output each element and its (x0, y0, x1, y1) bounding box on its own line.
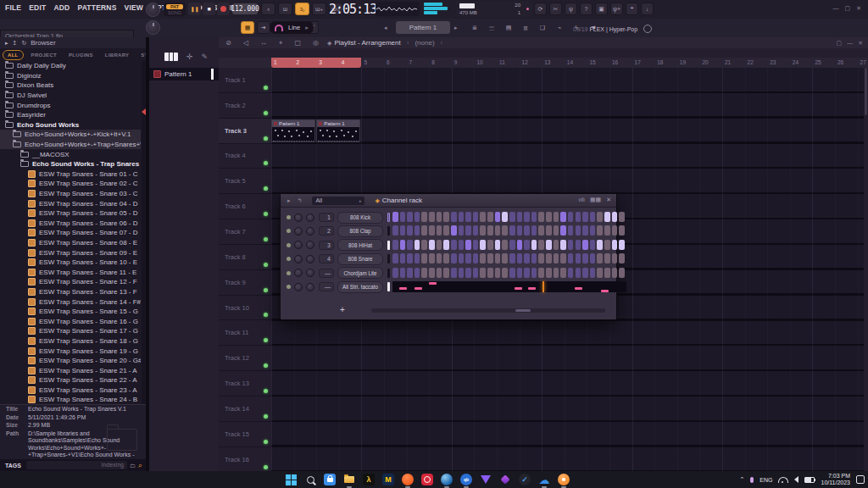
step-cell[interactable] (415, 268, 420, 278)
step-cell[interactable] (560, 268, 566, 278)
step-cell[interactable] (509, 253, 515, 263)
step-cell[interactable] (582, 212, 588, 222)
search-input[interactable]: Indexing (26, 461, 127, 469)
piano-preview-strip[interactable] (392, 281, 626, 292)
step-cell[interactable] (407, 240, 413, 250)
step-cell[interactable] (443, 225, 449, 236)
step-cell[interactable] (437, 253, 442, 263)
browser-tab-library[interactable]: LIBRARY (101, 51, 134, 59)
rename-pattern-icon[interactable]: ✎ (202, 53, 209, 61)
step-cell[interactable] (459, 212, 465, 222)
pattern-clip[interactable]: Pattern 1 (271, 119, 315, 142)
folder-item[interactable]: Dixon Beats (0, 80, 141, 91)
step-cell[interactable] (546, 253, 552, 263)
sample-item[interactable]: ESW Trap Snares - Snare 07 - D (0, 228, 141, 238)
sample-item[interactable]: ESW Trap Snares - Snare 13 - F (0, 287, 141, 297)
step-cell[interactable] (392, 212, 398, 222)
step-cell[interactable] (459, 240, 465, 250)
step-cell[interactable] (590, 253, 596, 263)
sample-item[interactable]: ESW Trap Snares - Snare 20 - G# (0, 356, 141, 366)
pattern-next-arrow[interactable]: ▸ (454, 25, 458, 31)
track-header[interactable]: Track 7 (219, 219, 271, 245)
channel-graph-toggle[interactable] (387, 254, 390, 263)
step-cell[interactable] (443, 253, 449, 263)
step-cell[interactable] (451, 253, 457, 263)
play-button[interactable]: ❚❚ (188, 3, 201, 15)
step-cell[interactable] (407, 253, 413, 263)
browse-folder-icon[interactable]: 🗀 (130, 463, 136, 469)
step-grid[interactable] (392, 268, 626, 279)
channel-button[interactable]: 808 HiHat (337, 239, 383, 251)
step-cell[interactable] (597, 268, 603, 278)
pattern-selector[interactable]: Pattern 1 (396, 21, 450, 34)
bpm-display[interactable]: 112.000 (232, 3, 258, 14)
step-cell[interactable] (524, 225, 530, 236)
wifi-icon[interactable] (778, 477, 788, 483)
refresh-icon[interactable]: ↻ (21, 40, 26, 47)
sample-item[interactable]: ESW Trap Snares - Snare 11 - E (0, 267, 141, 277)
channel-led[interactable] (287, 215, 291, 219)
track-header[interactable]: Track 11 (219, 321, 271, 347)
step-cell[interactable] (604, 225, 610, 236)
step-cell[interactable] (400, 225, 406, 236)
step-cell[interactable] (582, 240, 588, 250)
step-cell[interactable] (538, 225, 544, 236)
track-header[interactable]: Track 5 (219, 169, 271, 194)
channel-rack-icon[interactable]: ▤ (502, 21, 515, 34)
sample-item[interactable]: ESW Trap Snares - Snare 10 - E (0, 258, 141, 268)
step-cell[interactable] (568, 240, 574, 250)
step-cell[interactable] (429, 268, 435, 278)
search-icon[interactable]: ⌕ (138, 461, 142, 470)
channel-volume-knob[interactable] (306, 269, 314, 277)
step-cell[interactable] (612, 225, 618, 236)
m-app-icon[interactable]: M (382, 474, 394, 485)
step-cell[interactable] (502, 225, 508, 236)
track-header[interactable]: Track 3 (219, 119, 271, 144)
download-icon[interactable]: ↓ (641, 3, 654, 15)
pat-mode-label[interactable]: PAT (166, 4, 183, 9)
tray-mic-icon[interactable] (750, 477, 754, 483)
step-cell[interactable] (443, 240, 449, 250)
step-cell[interactable] (495, 268, 501, 278)
step-cell[interactable] (407, 225, 413, 236)
playlist-minimize-icon[interactable]: — (847, 40, 853, 47)
song-mode-label[interactable]: SONG (164, 10, 186, 15)
step-cell[interactable] (415, 240, 420, 250)
step-cell[interactable] (568, 253, 574, 263)
channel-volume-knob[interactable] (306, 227, 314, 236)
step-cell[interactable] (531, 253, 537, 263)
piano-roll-icon[interactable]: 𝄚 (485, 21, 498, 34)
sample-item[interactable]: ESW Trap Snares - Snare 09 - E (0, 247, 141, 258)
channel-pan-knob[interactable] (294, 255, 303, 263)
track-mute-led[interactable] (264, 414, 268, 419)
graph-editor-icon[interactable]: ıılı (579, 197, 585, 203)
rack-scroll-thumb[interactable] (515, 309, 531, 312)
step-cell[interactable] (612, 240, 618, 250)
step-cell[interactable] (415, 212, 420, 222)
language-indicator[interactable]: ENG (760, 477, 772, 483)
step-cell[interactable] (524, 268, 530, 278)
metronome-icon[interactable]: ⌅ (261, 3, 275, 15)
step-cell[interactable] (392, 268, 398, 278)
channel-led[interactable] (287, 285, 291, 289)
loop-record-icon[interactable]: Ш+ (312, 3, 326, 15)
track-mute-led[interactable] (264, 186, 268, 191)
save-icon[interactable]: ▣ (595, 3, 608, 15)
step-cell[interactable] (560, 212, 566, 222)
step-cell[interactable] (415, 253, 420, 263)
fl-studio-icon[interactable] (558, 474, 570, 485)
track-header[interactable]: Track 2 (219, 93, 271, 119)
step-cell[interactable] (619, 253, 625, 263)
step-cell[interactable] (451, 212, 457, 222)
step-grid[interactable] (392, 212, 626, 223)
step-cell[interactable] (421, 225, 427, 236)
sample-item[interactable]: ESW Trap Snares - Snare 05 - D (0, 208, 141, 219)
sample-item[interactable]: ESW Trap Snares - Snare 08 - E (0, 238, 141, 248)
step-cell[interactable] (604, 212, 610, 222)
red-browser-icon[interactable] (421, 474, 433, 485)
step-cell[interactable] (517, 268, 523, 278)
step-cell[interactable] (480, 225, 486, 236)
check-app-icon[interactable]: ✓ (519, 474, 531, 485)
tray-chevron-icon[interactable]: ⌃ (739, 476, 744, 483)
step-cell[interactable] (437, 240, 442, 250)
